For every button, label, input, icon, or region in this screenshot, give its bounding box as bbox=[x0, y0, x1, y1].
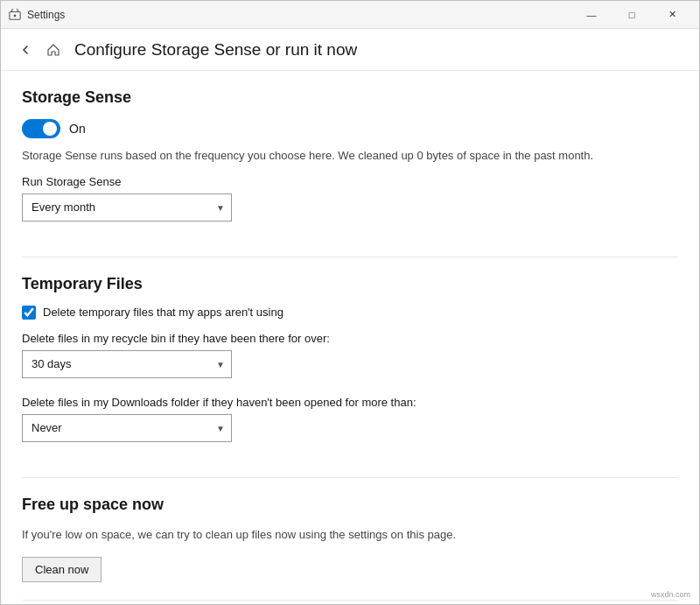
storage-sense-toggle[interactable] bbox=[22, 119, 60, 138]
free-space-heading: Free up space now bbox=[22, 496, 678, 514]
delete-temp-row: Delete temporary files that my apps aren… bbox=[22, 306, 678, 320]
close-button[interactable]: ✕ bbox=[652, 1, 692, 29]
divider-1 bbox=[22, 257, 678, 257]
toggle-label: On bbox=[69, 122, 86, 136]
storage-sense-heading: Storage Sense bbox=[22, 88, 678, 107]
page-title: Configure Storage Sense or run it now bbox=[74, 40, 357, 60]
downloads-dropdown[interactable]: 1 day 14 days 30 days 60 days Never bbox=[22, 414, 232, 442]
back-button[interactable] bbox=[11, 36, 39, 64]
titlebar: Settings — □ ✕ bbox=[1, 1, 699, 29]
delete-temp-label: Delete temporary files that my apps aren… bbox=[43, 306, 284, 319]
minimize-button[interactable]: — bbox=[571, 1, 612, 29]
run-storage-sense-label: Run Storage Sense bbox=[22, 175, 678, 188]
divider-2 bbox=[22, 477, 678, 478]
titlebar-title: Settings bbox=[27, 9, 571, 21]
run-frequency-dropdown-wrapper: Every day Every week Every month During … bbox=[22, 193, 232, 222]
clean-now-button[interactable]: Clean now bbox=[22, 557, 102, 582]
divider-3 bbox=[22, 600, 678, 601]
downloads-dropdown-wrapper: 1 day 14 days 30 days 60 days Never ▼ bbox=[22, 414, 232, 442]
run-frequency-dropdown[interactable]: Every day Every week Every month During … bbox=[22, 193, 232, 222]
downloads-label: Delete files in my Downloads folder if t… bbox=[22, 396, 678, 409]
free-space-section: Free up space now If you're low on space… bbox=[22, 496, 678, 583]
free-space-description: If you're low on space, we can try to cl… bbox=[22, 526, 678, 544]
recycle-bin-dropdown[interactable]: 1 day 14 days 30 days 60 days Never bbox=[22, 350, 232, 378]
content-area: Storage Sense On Storage Sense runs base… bbox=[1, 71, 699, 604]
svg-point-1 bbox=[14, 14, 17, 17]
recycle-bin-dropdown-wrapper: 1 day 14 days 30 days 60 days Never ▼ bbox=[22, 350, 232, 378]
storage-sense-description: Storage Sense runs based on the frequenc… bbox=[22, 147, 678, 165]
temporary-files-heading: Temporary Files bbox=[22, 275, 678, 293]
app-icon bbox=[8, 8, 22, 22]
navbar: Configure Storage Sense or run it now bbox=[1, 29, 699, 71]
delete-temp-checkbox[interactable] bbox=[22, 306, 36, 320]
temporary-files-section: Temporary Files Delete temporary files t… bbox=[22, 275, 678, 460]
maximize-button[interactable]: □ bbox=[612, 1, 652, 29]
toggle-row: On bbox=[22, 119, 678, 138]
recycle-bin-label: Delete files in my recycle bin if they h… bbox=[22, 332, 678, 345]
window-controls: — □ ✕ bbox=[571, 1, 692, 29]
storage-sense-section: Storage Sense On Storage Sense runs base… bbox=[22, 88, 678, 239]
home-button[interactable] bbox=[39, 36, 67, 64]
